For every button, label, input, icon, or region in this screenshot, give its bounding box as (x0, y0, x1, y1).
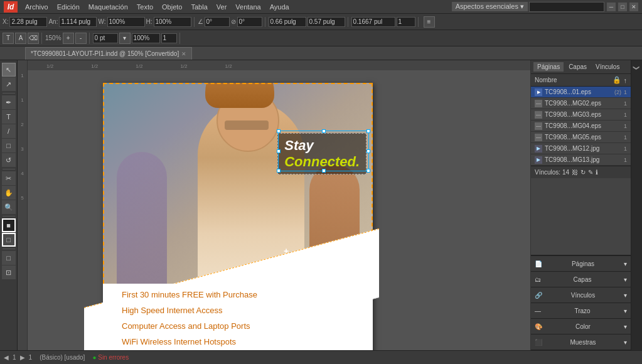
tb2-input1[interactable] (93, 33, 118, 43)
zoom-in-btn[interactable]: + (63, 33, 74, 44)
selection-tool[interactable]: ↖ (2, 63, 16, 77)
color-label: Color (575, 323, 591, 330)
menu-texto[interactable]: Texto (133, 2, 157, 12)
rotate-tool[interactable]: ↺ (2, 153, 16, 167)
type-tool[interactable]: T (2, 110, 16, 124)
tb2-input3[interactable] (161, 33, 177, 43)
shear-input[interactable] (237, 17, 262, 27)
workspace-selector[interactable]: Aspectos esenciales ▾ (452, 2, 528, 11)
pages-header[interactable]: 📄 Páginas ▾ (532, 257, 629, 270)
handle-rc[interactable] (366, 149, 370, 153)
fill-color[interactable]: ■ (2, 218, 16, 232)
handle-tc[interactable] (322, 129, 326, 133)
pen-tool[interactable]: ✒ (2, 95, 16, 109)
close-button[interactable]: ✕ (629, 3, 638, 11)
link-num-5: 1 (624, 134, 627, 141)
menu-ayuda[interactable]: Ayuda (266, 2, 293, 12)
feature-item-4: WiFi Wireless Internet Hotspots (122, 337, 354, 346)
scissors-tool[interactable]: ✂ (2, 171, 16, 185)
handle-tl[interactable] (277, 129, 281, 133)
rect-tool[interactable]: □ (2, 139, 16, 153)
handle-br[interactable] (366, 169, 370, 173)
handle-tr[interactable] (366, 129, 370, 133)
menu-ventana[interactable]: Ventana (232, 2, 264, 12)
val1-input[interactable] (351, 17, 395, 27)
trazo-chevron[interactable]: ▾ (624, 308, 627, 314)
link-row-4[interactable]: — TC9908...MG04.eps 1 (531, 120, 631, 132)
vinculos-chevron[interactable]: ▾ (624, 292, 627, 299)
maximize-button[interactable]: □ (618, 3, 627, 11)
w-input[interactable] (107, 17, 145, 27)
nav-prev-btn[interactable]: ◀ (4, 354, 9, 361)
muestras-header[interactable]: ⬛ Muestras ▾ (532, 336, 629, 348)
tb2-icon4[interactable]: ▾ (119, 33, 131, 44)
tb2-group1: T A ⌫ (3, 33, 42, 44)
tab-pages[interactable]: Páginas (533, 62, 564, 72)
pages-section: 📄 Páginas ▾ (531, 256, 631, 272)
line-tool[interactable]: / (2, 124, 16, 138)
zoom-tool[interactable]: 🔍 (2, 200, 16, 214)
menu-objeto[interactable]: Objeto (158, 2, 186, 12)
extra-btn[interactable]: ≡ (424, 16, 435, 28)
menu-edicion[interactable]: Edición (53, 2, 83, 12)
x-label: X: (3, 18, 8, 25)
links-icon-1[interactable]: 🔒 (613, 76, 621, 84)
handle-lc[interactable] (277, 149, 281, 153)
tab-close-icon[interactable]: ✕ (181, 51, 186, 57)
capas-header[interactable]: 🗂 Capas ▾ (532, 273, 629, 286)
muestras-chevron[interactable]: ▾ (624, 339, 627, 346)
normal-mode[interactable]: □ (2, 251, 16, 265)
far-right-collapse[interactable]: ❯ (631, 60, 642, 350)
color-header[interactable]: 🎨 Color ▾ (532, 320, 629, 333)
tab-vinculos[interactable]: Vínculos (592, 62, 623, 72)
h-value-input[interactable] (308, 17, 345, 27)
preview-mode[interactable]: ⊡ (2, 265, 16, 279)
y-input[interactable] (59, 17, 97, 27)
menu-ver[interactable]: Ver (213, 2, 231, 12)
menu-archivo[interactable]: Archivo (21, 2, 52, 12)
menu-maquetacion[interactable]: Maquetación (85, 2, 132, 12)
nav-next-btn[interactable]: ▶ (20, 354, 25, 361)
doc-tab[interactable]: *TC9990801-LAYOUT-PI1.indd @ 150% [Conve… (25, 47, 192, 60)
vinculos-header[interactable]: 🔗 Vínculos ▾ (532, 289, 629, 301)
links-info-icon[interactable]: ℹ (596, 169, 598, 176)
search-input[interactable] (529, 2, 604, 12)
direct-selection-tool[interactable]: ↗ (2, 77, 16, 91)
pages-chevron[interactable]: ▾ (624, 260, 627, 267)
stroke-color[interactable]: □ (2, 233, 16, 247)
link-row-1[interactable]: ▶ TC9908...01.eps (2) 1 (531, 87, 631, 98)
canvas-area[interactable]: 1/2 1/2 1/2 1/2 1/2 112345 (18, 60, 530, 350)
link-row-5[interactable]: — TC9908...MG05.eps 1 (531, 132, 631, 143)
links-chain-icon[interactable]: ⛓ (572, 169, 578, 176)
h-input[interactable] (154, 17, 191, 27)
zoom-out-btn[interactable]: - (75, 33, 87, 44)
link-goto-1[interactable]: 1 (624, 89, 627, 95)
color-chevron[interactable]: ▾ (624, 323, 627, 330)
link-row-7[interactable]: ▶ TC9908...MG13.jpg 1 (531, 154, 631, 166)
link-row-2[interactable]: — TC9908...MG02.eps 1 (531, 98, 631, 109)
tab-capas[interactable]: Capas (565, 62, 591, 72)
menu-tabla[interactable]: Tabla (187, 2, 211, 12)
capas-chevron[interactable]: ▾ (624, 276, 627, 283)
panel-separator: 📄 Páginas ▾ 🗂 Capas ▾ 🔗 Vínculos ▾ (531, 255, 631, 350)
hand-tool[interactable]: ✋ (2, 186, 16, 200)
tb2-icon1[interactable]: T (3, 33, 14, 44)
link-icon-7: ▶ (535, 156, 542, 164)
links-edit-icon[interactable]: ✎ (588, 169, 593, 176)
link-row-3[interactable]: — TC9908...MG03.eps 1 (531, 109, 631, 120)
angle-input[interactable] (205, 17, 230, 27)
trazo-header[interactable]: — Trazo ▾ (532, 304, 629, 317)
tb2-icon3[interactable]: ⌫ (28, 33, 39, 44)
w-value-input[interactable] (269, 17, 306, 27)
links-icon-2[interactable]: ↑ (624, 77, 628, 84)
document-canvas[interactable]: Stay Connected. + (28, 70, 530, 350)
val2-input[interactable] (397, 17, 415, 27)
x-input[interactable] (9, 17, 47, 27)
tb2-icon2[interactable]: A (15, 33, 26, 44)
links-refresh-icon[interactable]: ↻ (580, 169, 586, 176)
link-row-6[interactable]: ▶ TC9908...MG12.jpg 1 (531, 143, 631, 154)
tb2-input2[interactable] (132, 33, 160, 43)
handle-bc[interactable] (322, 169, 326, 173)
handle-bl[interactable] (277, 169, 281, 173)
minimize-button[interactable]: ─ (607, 3, 616, 11)
